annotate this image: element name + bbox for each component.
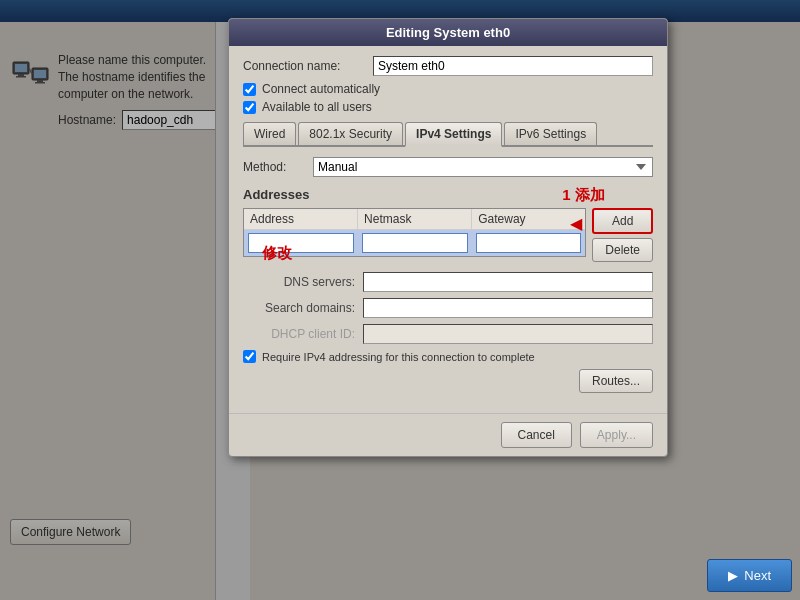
routes-button[interactable]: Routes... bbox=[579, 369, 653, 393]
tab-bar: Wired 802.1x Security IPv4 Settings IPv6… bbox=[243, 122, 653, 147]
tab-8021x[interactable]: 802.1x Security bbox=[298, 122, 403, 145]
addresses-table: Address Netmask Gateway bbox=[243, 208, 586, 257]
dns-label: DNS servers: bbox=[243, 275, 363, 289]
apply-button[interactable]: Apply... bbox=[580, 422, 653, 448]
next-button[interactable]: ▶ Next bbox=[707, 559, 792, 592]
dialog-body: Connection name: Connect automatically A… bbox=[229, 46, 667, 413]
require-ipv4-label: Require IPv4 addressing for this connect… bbox=[262, 351, 535, 363]
table-action-buttons: 1 添加 ◀ Add Delete bbox=[592, 208, 653, 262]
delete-button[interactable]: Delete bbox=[592, 238, 653, 262]
col-address: Address bbox=[244, 209, 358, 229]
arrow-icon: ◀ bbox=[570, 214, 582, 233]
search-domains-row: Search domains: bbox=[243, 298, 653, 318]
available-label: Available to all users bbox=[262, 100, 372, 114]
tab-ipv6[interactable]: IPv6 Settings bbox=[504, 122, 597, 145]
table-header-row: Address Netmask Gateway bbox=[244, 209, 585, 230]
search-domains-label: Search domains: bbox=[243, 301, 363, 315]
modify-annotation: 修改 bbox=[262, 244, 292, 263]
col-gateway: Gateway bbox=[472, 209, 585, 229]
gateway-cell bbox=[472, 231, 586, 255]
connect-auto-row: Connect automatically bbox=[243, 82, 653, 96]
addresses-table-wrapper: Address Netmask Gateway bbox=[243, 208, 653, 262]
method-row: Method: Manual Automatic (DHCP) Link-Loc… bbox=[243, 157, 653, 177]
search-domains-input[interactable] bbox=[363, 298, 653, 318]
connection-name-row: Connection name: bbox=[243, 56, 653, 76]
dhcp-client-id-row: DHCP client ID: bbox=[243, 324, 653, 344]
tab-ipv4[interactable]: IPv4 Settings bbox=[405, 122, 502, 147]
table-data-row: 修改 bbox=[244, 230, 585, 256]
addresses-section: Addresses Address Netmask Gateway bbox=[243, 187, 653, 262]
next-arrow-icon: ▶ bbox=[728, 568, 738, 583]
netmask-cell bbox=[358, 231, 472, 255]
dialog-titlebar: Editing System eth0 bbox=[229, 19, 667, 46]
require-ipv4-checkbox[interactable] bbox=[243, 350, 256, 363]
method-select[interactable]: Manual Automatic (DHCP) Link-Local Only … bbox=[313, 157, 653, 177]
connection-name-input[interactable] bbox=[373, 56, 653, 76]
dhcp-client-id-label: DHCP client ID: bbox=[243, 327, 363, 341]
netmask-input[interactable] bbox=[362, 233, 468, 253]
method-label: Method: bbox=[243, 160, 313, 174]
connect-auto-checkbox[interactable] bbox=[243, 83, 256, 96]
ipv4-tab-content: Method: Manual Automatic (DHCP) Link-Loc… bbox=[243, 147, 653, 403]
col-netmask: Netmask bbox=[358, 209, 472, 229]
connection-name-label: Connection name: bbox=[243, 59, 373, 73]
next-label: Next bbox=[744, 568, 771, 583]
add-button[interactable]: Add bbox=[592, 208, 653, 234]
gateway-input[interactable] bbox=[476, 233, 582, 253]
routes-row: Routes... bbox=[243, 369, 653, 393]
available-checkbox[interactable] bbox=[243, 101, 256, 114]
connect-auto-label: Connect automatically bbox=[262, 82, 380, 96]
require-ipv4-row: Require IPv4 addressing for this connect… bbox=[243, 350, 653, 363]
available-row: Available to all users bbox=[243, 100, 653, 114]
dns-input[interactable] bbox=[363, 272, 653, 292]
add-annotation: 1 添加 bbox=[562, 186, 605, 205]
dialog-title: Editing System eth0 bbox=[386, 25, 510, 40]
cancel-button[interactable]: Cancel bbox=[501, 422, 572, 448]
editing-dialog: Editing System eth0 Connection name: Con… bbox=[228, 18, 668, 457]
dhcp-client-id-input[interactable] bbox=[363, 324, 653, 344]
tab-wired[interactable]: Wired bbox=[243, 122, 296, 145]
dns-row: DNS servers: bbox=[243, 272, 653, 292]
dialog-footer: Cancel Apply... bbox=[229, 413, 667, 456]
